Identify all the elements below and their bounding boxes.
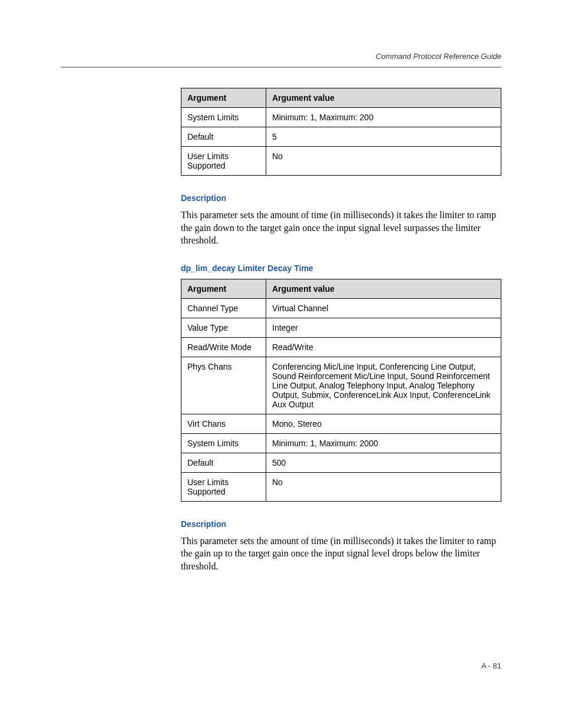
- main-content: Argument Argument value System Limits Mi…: [181, 88, 501, 573]
- table-cell-argument: System Limits: [181, 433, 266, 453]
- table-cell-argument: Value Type: [181, 318, 266, 337]
- table-row: User Limits Supported No: [181, 472, 501, 501]
- table-cell-value: Mono, Stereo: [266, 414, 501, 433]
- table-row: Value Type Integer: [181, 318, 501, 337]
- argument-table-1: Argument Argument value System Limits Mi…: [181, 88, 501, 176]
- table-cell-value: Virtual Channel: [266, 298, 501, 318]
- table-row: User Limits Supported No: [181, 147, 501, 176]
- table-row: System Limits Minimum: 1, Maximum: 2000: [181, 433, 501, 453]
- table-cell-value: No: [266, 472, 501, 501]
- table-row: Default 500: [181, 453, 501, 472]
- table-cell-value: 500: [266, 453, 501, 472]
- table-cell-argument: User Limits Supported: [181, 472, 266, 501]
- table-header-value: Argument value: [266, 88, 501, 108]
- table-cell-argument: Default: [181, 127, 266, 147]
- page-header: Command Protocol Reference Guide: [61, 52, 501, 61]
- description-text-2: This parameter sets the amount of time (…: [181, 535, 501, 573]
- parameter-heading: dp_lim_decay Limiter Decay Time: [181, 263, 501, 273]
- description-text-1: This parameter sets the amount of time (…: [181, 209, 501, 247]
- table-cell-argument: Phys Chans: [181, 357, 266, 414]
- table-cell-value: 5: [266, 127, 501, 147]
- table-cell-value: Minimum: 1, Maximum: 2000: [266, 433, 501, 453]
- table-header-value: Argument value: [266, 279, 501, 298]
- table-cell-argument: Default: [181, 453, 266, 472]
- table-row: Default 5: [181, 127, 501, 147]
- table-cell-argument: Channel Type: [181, 298, 266, 318]
- table-cell-value: Integer: [266, 318, 501, 337]
- table-row: Virt Chans Mono, Stereo: [181, 414, 501, 433]
- table-cell-argument: Read/Write Mode: [181, 337, 266, 357]
- table-cell-value: Read/Write: [266, 337, 501, 357]
- table-cell-value: No: [266, 147, 501, 176]
- header-rule: [61, 67, 501, 68]
- table-row: System Limits Minimum: 1, Maximum: 200: [181, 108, 501, 127]
- table-cell-argument: User Limits Supported: [181, 147, 266, 176]
- page-number: A - 81: [481, 661, 501, 670]
- table-cell-value: Minimum: 1, Maximum: 200: [266, 108, 501, 127]
- table-cell-argument: System Limits: [181, 108, 266, 127]
- argument-table-2: Argument Argument value Channel Type Vir…: [181, 279, 501, 502]
- description-heading-1: Description: [181, 193, 501, 203]
- table-row: Read/Write Mode Read/Write: [181, 337, 501, 357]
- description-heading-2: Description: [181, 519, 501, 529]
- table-row: Phys Chans Conferencing Mic/Line Input, …: [181, 357, 501, 414]
- table-row: Channel Type Virtual Channel: [181, 298, 501, 318]
- table-header-argument: Argument: [181, 279, 266, 298]
- table-cell-value: Conferencing Mic/Line Input, Conferencin…: [266, 357, 501, 414]
- table-header-argument: Argument: [181, 88, 266, 108]
- table-cell-argument: Virt Chans: [181, 414, 266, 433]
